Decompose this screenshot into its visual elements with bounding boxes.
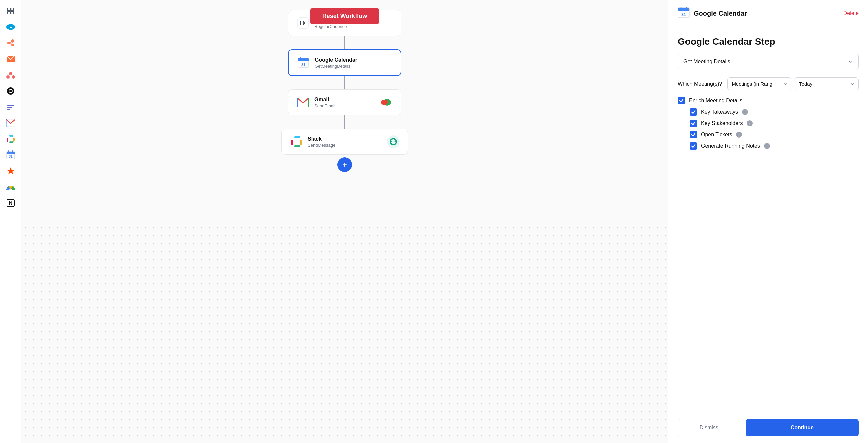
svg-rect-30 <box>12 141 13 143</box>
svg-point-14 <box>12 75 15 79</box>
reset-workflow-button[interactable]: Reset Workflow <box>310 8 379 24</box>
sidebar-item-hubspot[interactable] <box>4 36 18 50</box>
panel-header: 31 Google Calendar Delete <box>668 0 868 27</box>
svg-text:31: 31 <box>301 63 305 67</box>
open-tickets-label: Open Tickets <box>701 132 732 138</box>
sidebar-item-zapier[interactable] <box>4 164 18 178</box>
meeting-type-select[interactable]: Meetings (in Rang <box>727 77 791 90</box>
open-tickets-checkbox[interactable] <box>690 131 697 138</box>
connector-2 <box>344 76 345 89</box>
svg-text:☁: ☁ <box>9 25 12 29</box>
connector-3 <box>344 115 345 129</box>
zapier-icon <box>6 166 16 175</box>
front-icon <box>6 54 16 64</box>
connector-1 <box>344 36 345 49</box>
svg-rect-3 <box>11 11 14 14</box>
sidebar: ☁ <box>0 0 21 443</box>
slack-node-icon <box>290 135 303 148</box>
google-calendar-node-icon: 31 <box>297 56 310 69</box>
svg-rect-58 <box>294 136 298 138</box>
enrich-label: Enrich Meeting Details <box>689 98 742 104</box>
dismiss-button[interactable]: Dismiss <box>678 419 740 436</box>
sidebar-item-linear[interactable] <box>4 100 18 114</box>
slack-node-subtitle: SendMessage <box>308 142 382 147</box>
trigger-node-subtitle: RegularCadence <box>314 24 393 29</box>
sidebar-item-gcal[interactable]: 31 <box>4 148 18 162</box>
add-node-button[interactable]: + <box>337 157 352 172</box>
svg-text:31: 31 <box>9 155 13 158</box>
which-meeting-label: Which Meeting(s)? <box>678 81 722 87</box>
svg-point-13 <box>6 75 10 79</box>
panel-title: Google Calendar Step <box>678 36 859 47</box>
key-takeaways-info-icon[interactable]: i <box>742 109 748 115</box>
right-panel: 31 Google Calendar Delete Google Calenda… <box>668 0 868 443</box>
sidebar-item-attio[interactable] <box>4 84 18 98</box>
salesforce-icon: ☁ <box>6 22 16 32</box>
key-takeaways-row: Key Takeaways i <box>690 108 859 115</box>
sidebar-item-gmail[interactable] <box>4 116 18 130</box>
open-tickets-info-icon[interactable]: i <box>736 132 742 138</box>
svg-rect-23 <box>7 138 8 140</box>
gmail-node[interactable]: Gmail SendEmail <box>288 89 401 115</box>
panel-app-name: Google Calendar <box>694 10 747 17</box>
action-select[interactable]: Get Meeting Details <box>678 54 859 69</box>
running-notes-label: Generate Running Notes <box>701 143 760 149</box>
svg-rect-28 <box>7 140 8 142</box>
open-tickets-row: Open Tickets i <box>690 131 859 138</box>
svg-rect-31 <box>13 140 15 142</box>
key-stakeholders-info-icon[interactable]: i <box>747 120 753 126</box>
gmail-icon <box>6 118 16 128</box>
canvas: Reset Workflow Trigger RegularCadence <box>21 0 668 443</box>
gmail-node-title: Gmail <box>314 97 375 103</box>
running-notes-checkbox[interactable] <box>690 142 697 149</box>
svg-rect-48 <box>298 60 309 61</box>
sidebar-item-notion[interactable]: N <box>4 196 18 210</box>
gcal-sidebar-icon: 31 <box>6 150 16 160</box>
key-stakeholders-checkbox[interactable] <box>690 120 697 127</box>
panel-footer: Dismiss Continue <box>668 412 868 443</box>
svg-rect-2 <box>8 11 10 14</box>
panel-header-left: 31 Google Calendar <box>678 7 747 20</box>
svg-rect-57 <box>291 140 293 143</box>
workflow-nodes: Trigger RegularCadence 31 Google Calenda… <box>21 10 668 172</box>
hubspot-icon <box>6 38 16 47</box>
svg-point-15 <box>7 87 14 95</box>
meeting-time-select[interactable]: Today <box>795 77 859 90</box>
svg-rect-65 <box>300 143 302 145</box>
sidebar-item-drive[interactable] <box>4 180 18 194</box>
meeting-select-group: Meetings (in Rang Today <box>727 77 859 90</box>
which-meeting-row: Which Meeting(s)? Meetings (in Rang Toda… <box>678 77 859 90</box>
svg-text:N: N <box>9 200 12 206</box>
sidebar-item-front[interactable] <box>4 52 18 66</box>
svg-rect-29 <box>12 135 13 137</box>
gmail-node-text: Gmail SendEmail <box>314 97 375 108</box>
sidebar-item-slack[interactable] <box>4 132 18 146</box>
svg-rect-59 <box>294 140 298 143</box>
key-takeaways-checkbox[interactable] <box>690 108 697 115</box>
sidebar-item-salesforce[interactable]: ☁ <box>4 20 18 34</box>
google-calendar-node[interactable]: 31 Google Calendar GetMeetingDetails <box>288 49 401 76</box>
delete-button[interactable]: Delete <box>843 10 859 16</box>
slack-node[interactable]: Slack SendMessage <box>281 129 408 155</box>
svg-rect-63 <box>298 136 300 138</box>
svg-rect-0 <box>8 8 10 11</box>
sidebar-item-asana[interactable] <box>4 68 18 82</box>
svg-rect-69 <box>678 10 689 11</box>
continue-button[interactable]: Continue <box>746 419 859 436</box>
svg-rect-61 <box>300 140 302 143</box>
svg-rect-19 <box>7 109 10 110</box>
gmail-node-subtitle: SendEmail <box>314 103 375 108</box>
running-notes-info-icon[interactable]: i <box>764 143 770 149</box>
sidebar-item-menu[interactable] <box>4 4 18 18</box>
key-takeaways-label: Key Takeaways <box>701 109 738 115</box>
gmail-node-extras <box>380 99 393 106</box>
enrich-checkbox-row: Enrich Meeting Details <box>678 97 859 104</box>
key-stakeholders-row: Key Stakeholders i <box>690 120 859 127</box>
svg-text:31: 31 <box>681 12 686 17</box>
enrich-checkbox[interactable] <box>678 97 685 104</box>
slack-node-text: Slack SendMessage <box>308 136 382 147</box>
drive-icon <box>6 182 16 192</box>
slack-sidebar-icon <box>6 134 16 143</box>
gmail-node-icon <box>296 96 310 109</box>
svg-rect-1 <box>11 8 14 11</box>
